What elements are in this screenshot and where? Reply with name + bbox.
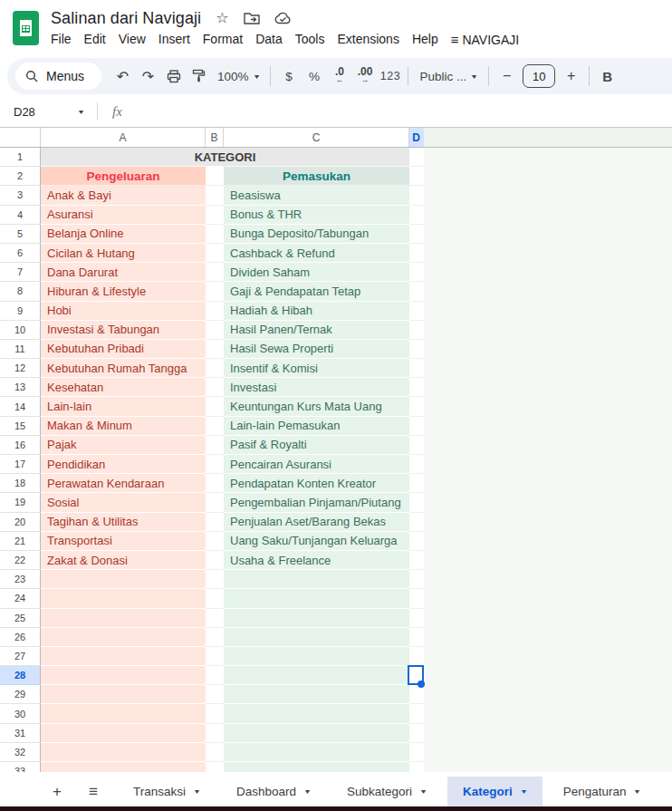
cell-d[interactable] [409, 704, 424, 723]
cell-b[interactable] [206, 743, 224, 762]
cell-d[interactable] [409, 647, 424, 666]
cell-expense[interactable]: Perawatan Kendaraan [41, 474, 206, 493]
tab-pengaturan[interactable]: Pengaturan ▼ [548, 777, 657, 806]
row-number[interactable]: 1 [0, 148, 41, 167]
cell-b[interactable] [206, 455, 224, 474]
row-number[interactable]: 29 [0, 685, 41, 704]
cell-b[interactable] [206, 397, 224, 416]
cell-d[interactable] [409, 206, 424, 225]
row-number[interactable]: 3 [0, 186, 41, 205]
cell-b[interactable] [206, 378, 224, 397]
row-number[interactable]: 8 [0, 282, 41, 301]
cell-d[interactable] [409, 302, 424, 321]
cell-income[interactable]: Hasil Sewa Properti [224, 340, 409, 359]
cell-expense[interactable] [41, 743, 206, 762]
cell-b[interactable] [206, 724, 224, 743]
row-number[interactable]: 31 [0, 724, 41, 743]
fill-handle[interactable] [418, 681, 425, 688]
row-number[interactable]: 27 [0, 647, 41, 666]
row-number[interactable]: 11 [0, 340, 41, 359]
cell-expense[interactable]: Lain-lain [41, 397, 206, 416]
row-number[interactable]: 4 [0, 206, 41, 225]
cell-income[interactable]: Keuntungan Kurs Mata Uang [224, 397, 409, 416]
row-number[interactable]: 25 [0, 609, 41, 628]
cell-d[interactable] [409, 762, 424, 772]
cell-b[interactable] [206, 417, 224, 436]
name-box[interactable]: D28 ▼ [14, 105, 84, 119]
row-number[interactable]: 12 [0, 359, 41, 378]
row-number[interactable]: 10 [0, 321, 41, 340]
cell-expense[interactable]: Belanja Online [41, 225, 206, 244]
cell-income[interactable]: Bunga Deposito/Tabungan [224, 225, 409, 244]
cell-expense[interactable]: Dana Darurat [41, 263, 206, 282]
cell-expense[interactable] [41, 704, 206, 723]
cell-income[interactable]: Gaji & Pendapatan Tetap [224, 282, 409, 301]
cell-income[interactable] [224, 724, 409, 743]
cell-income[interactable] [224, 609, 409, 628]
row-number[interactable]: 21 [0, 532, 41, 551]
cell-b[interactable] [206, 647, 224, 666]
cell-b[interactable] [206, 762, 224, 772]
cell-b[interactable] [206, 666, 224, 685]
format-percent-button[interactable]: % [302, 63, 326, 89]
cell-expense[interactable]: Makan & Minum [41, 417, 206, 436]
cell-pemasukan-header[interactable]: Pemasukan [224, 167, 409, 186]
add-sheet-button[interactable]: + [45, 780, 69, 804]
row-number[interactable]: 15 [0, 417, 41, 436]
cell-income[interactable]: Uang Saku/Tunjangan Keluarga [224, 532, 409, 551]
cell-expense[interactable] [41, 609, 206, 628]
menu-view[interactable]: View [112, 30, 152, 49]
cell-b[interactable] [206, 359, 224, 378]
increase-decimal-button[interactable]: .00→ [352, 63, 377, 89]
menu-extensions[interactable]: Extensions [331, 30, 405, 49]
cell-d[interactable] [409, 263, 424, 282]
cell-d[interactable] [409, 359, 424, 378]
star-icon[interactable]: ☆ [216, 11, 228, 25]
tab-transaksi[interactable]: Transaksi ▼ [118, 777, 216, 806]
cell-d[interactable] [409, 148, 424, 167]
cell-d[interactable] [409, 186, 424, 205]
cell-d[interactable] [409, 570, 424, 589]
menu-edit[interactable]: Edit [78, 30, 112, 49]
cell-b[interactable] [206, 493, 224, 512]
row-number[interactable]: 33 [0, 762, 41, 772]
cell-d[interactable] [409, 589, 424, 608]
cell-d[interactable] [409, 628, 424, 647]
cell-b[interactable] [206, 225, 224, 244]
cell-b[interactable] [206, 589, 224, 608]
cell-income[interactable]: Lain-lain Pemasukan [224, 417, 409, 436]
cell-income[interactable]: Pasif & Royalti [224, 436, 409, 455]
cell-b[interactable] [206, 263, 224, 282]
cell-expense[interactable]: Pendidikan [41, 455, 206, 474]
cell-income[interactable] [224, 570, 409, 589]
menu-tools[interactable]: Tools [289, 30, 331, 49]
cell-expense[interactable] [41, 724, 206, 743]
cell-expense[interactable]: Asuransi [41, 206, 206, 225]
cell-b[interactable] [206, 570, 224, 589]
bold-button[interactable]: B [595, 63, 619, 89]
zoom-control[interactable]: 100% ▼ [212, 63, 264, 89]
paint-format-button[interactable] [187, 63, 211, 89]
cell-b[interactable] [206, 186, 224, 205]
cell-d[interactable] [409, 436, 424, 455]
cell-income[interactable]: Insentif & Komisi [224, 359, 409, 378]
row-number[interactable]: 26 [0, 628, 41, 647]
font-family-select[interactable]: Public ... ▼ [414, 63, 483, 89]
increase-font-size-button[interactable]: + [559, 63, 583, 89]
cell-d[interactable] [409, 493, 424, 512]
cell-d[interactable] [409, 282, 424, 301]
cell-d[interactable] [409, 340, 424, 359]
cell-expense[interactable]: Pajak [41, 436, 206, 455]
cell-b[interactable] [206, 244, 224, 263]
row-number[interactable]: 23 [0, 570, 41, 589]
cell-income[interactable] [224, 647, 409, 666]
cell-expense[interactable] [41, 762, 206, 772]
redo-button[interactable]: ↷ [136, 63, 160, 89]
cell-d[interactable] [409, 551, 424, 570]
row-number[interactable]: 28 [0, 666, 41, 685]
cell-income[interactable]: Pendapatan Konten Kreator [224, 474, 409, 493]
menus-search-button[interactable]: Menus [15, 63, 101, 90]
column-header-d[interactable]: D [409, 128, 424, 147]
column-header-a[interactable]: A [41, 128, 206, 147]
cell-income[interactable] [224, 685, 409, 704]
